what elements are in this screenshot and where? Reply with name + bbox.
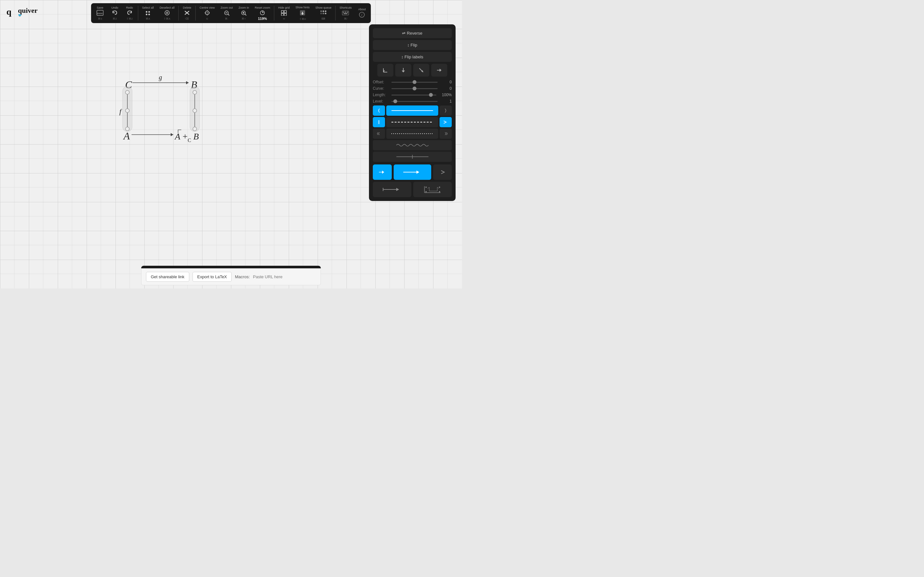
level-value: 1	[440, 99, 452, 103]
svg-rect-28	[284, 11, 286, 13]
svg-point-5	[146, 14, 148, 15]
bottom-dark-strip	[141, 266, 321, 268]
svg-point-8	[166, 12, 168, 14]
zoom-in-button[interactable]: Zoom in ⌘=	[236, 5, 252, 22]
logo-icon: q	[6, 5, 17, 18]
arrow-type-row-1	[373, 164, 452, 180]
curve-label: Curve:	[373, 86, 389, 91]
toolbar: Save www. ⌘S Undo ⌘Z Redo ⇧⌘Z Select all	[91, 3, 371, 23]
arrow-type-row-2	[373, 182, 452, 197]
svg-point-3	[146, 11, 148, 13]
svg-point-35	[325, 11, 326, 12]
tail-style-right-1[interactable]	[439, 105, 452, 116]
tail-style-left-3[interactable]	[373, 129, 385, 139]
show-queue-button[interactable]: Show queue ⌨	[313, 5, 334, 22]
offset-row: Offset: 0	[373, 80, 452, 84]
line-solid[interactable]	[386, 105, 438, 116]
length-value: 100%	[439, 93, 452, 97]
label-g: g	[159, 74, 162, 81]
delete-button[interactable]: Delete ⌫	[180, 5, 194, 22]
logo-text: quiver	[18, 6, 37, 15]
save-button[interactable]: Save www. ⌘S	[93, 5, 107, 22]
arrow-direction-row	[373, 64, 452, 77]
svg-point-67	[425, 187, 427, 188]
length-track[interactable]	[391, 95, 436, 95]
level-track[interactable]	[391, 101, 438, 102]
redo-button[interactable]: Redo ⇧⌘Z	[123, 5, 137, 22]
arrow-mapsto-btn[interactable]	[373, 182, 411, 197]
get-link-button[interactable]: Get shareable link	[146, 272, 189, 282]
svg-point-68	[425, 191, 427, 192]
svg-line-23	[245, 14, 246, 15]
logo: q quiver 🐦	[6, 5, 37, 18]
select-all-button[interactable]: Select all ⌘A	[140, 5, 157, 22]
handle-top[interactable]	[126, 90, 129, 94]
svg-text:i: i	[362, 13, 363, 17]
deselect-all-button[interactable]: Deselect all ⇧⌘A	[157, 5, 177, 22]
handle-mid-r[interactable]	[193, 109, 197, 113]
svg-point-37	[323, 13, 325, 15]
tail-style-left-2[interactable]	[373, 117, 385, 127]
zoom-out-button[interactable]: Zoom out ⌘-	[218, 5, 235, 22]
offset-value: 0	[440, 80, 452, 84]
centre-view-button[interactable]: Centre view G	[197, 5, 218, 22]
arrow-standard-btn[interactable]	[394, 164, 431, 180]
svg-point-6	[149, 14, 150, 15]
svg-rect-41	[345, 12, 346, 13]
diagram-svg[interactable]: C B A A +C B g f	[64, 45, 289, 173]
line-dashed[interactable]	[386, 117, 438, 127]
level-row: Level: 1	[373, 99, 452, 103]
reverse-button[interactable]: ⇌ Reverse	[373, 28, 452, 38]
tail-style-right-3[interactable]	[439, 129, 452, 139]
tail-style-right-2[interactable]	[439, 117, 452, 127]
line-dotted[interactable]	[386, 129, 438, 139]
svg-line-19	[228, 14, 229, 15]
svg-point-33	[320, 11, 322, 12]
line-squiggly[interactable]	[373, 140, 452, 150]
curve-value: 0	[440, 86, 452, 91]
reset-zoom-button[interactable]: Reset zoom 119%	[252, 5, 273, 22]
svg-marker-64	[396, 188, 399, 191]
svg-marker-61	[417, 171, 419, 174]
node-A-left: A	[123, 130, 130, 142]
dir-down-right-btn[interactable]	[413, 64, 429, 77]
show-hints-button[interactable]: Show hints ⇧⌘H	[293, 5, 312, 22]
offset-track[interactable]	[391, 82, 438, 83]
flip-labels-button[interactable]: ↕ Flip labels	[373, 52, 452, 62]
dir-down-left-btn[interactable]	[377, 64, 393, 77]
handle-mid[interactable]	[126, 109, 129, 113]
svg-rect-40	[343, 12, 344, 13]
svg-text:www.: www.	[97, 12, 103, 15]
length-label: Length:	[373, 93, 389, 97]
macros-input[interactable]	[253, 274, 316, 279]
svg-point-12	[207, 13, 208, 13]
export-latex-button[interactable]: Export to LaTeX	[192, 272, 232, 282]
arrow-right-small-btn[interactable]	[433, 164, 452, 180]
flip-button[interactable]: ↕ Flip	[373, 40, 452, 50]
line-bar[interactable]	[373, 152, 452, 162]
shortcuts-button[interactable]: Shortcuts ⌘/	[337, 5, 354, 22]
tail-style-left-1[interactable]	[373, 105, 385, 116]
arrow-tail-none[interactable]	[373, 164, 392, 180]
hide-grid-button[interactable]: Hide grid H	[276, 5, 292, 22]
arrowhead-C-B	[186, 81, 189, 84]
dir-right-btn[interactable]	[431, 64, 447, 77]
about-button[interactable]: About i	[355, 5, 369, 22]
svg-point-7	[165, 11, 170, 15]
svg-marker-54	[439, 69, 441, 72]
svg-point-36	[320, 13, 322, 15]
curve-track[interactable]	[391, 88, 438, 89]
svg-marker-59	[382, 171, 384, 174]
handle-bot[interactable]	[126, 127, 129, 131]
arrow-corner-btn[interactable]	[413, 182, 452, 197]
svg-point-38	[325, 13, 326, 15]
handle-top-r[interactable]	[193, 90, 197, 94]
svg-marker-50	[402, 71, 405, 73]
svg-point-4	[149, 11, 150, 13]
undo-button[interactable]: Undo ⌘Z	[108, 5, 122, 22]
handle-bot-r[interactable]	[193, 127, 197, 131]
node-A-plus-B: A +C B	[174, 131, 199, 143]
dir-down-btn[interactable]	[395, 64, 411, 77]
bottom-controls: Get shareable link Export to LaTeX Macro…	[141, 268, 321, 285]
length-row: Length: 100%	[373, 93, 452, 97]
